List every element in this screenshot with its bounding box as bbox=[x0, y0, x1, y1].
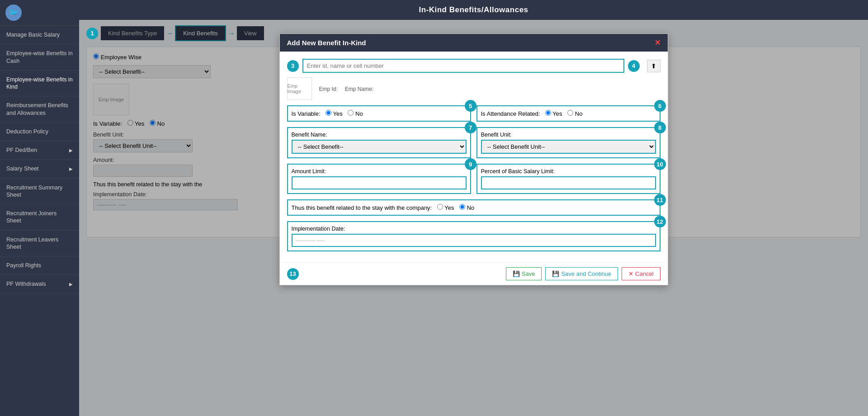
sidebar-item-manage-basic-salary[interactable]: Manage Basic Salary bbox=[0, 26, 79, 44]
modal-body: 3 4 ⬆ Emp Image bbox=[280, 52, 668, 262]
amount-limit-modal-box: 9 Amount Limit: bbox=[287, 164, 471, 194]
modal-attendance-no-radio[interactable] bbox=[567, 110, 573, 116]
content-area: 1 Kind Benefits Type → Kind Benefits → V… bbox=[79, 20, 868, 416]
percent-modal-box: 10 Percent of Basic Salary Limit: bbox=[476, 164, 660, 194]
benefit-name-modal-box: 7 Benefit Name: -- Select Benefit-- bbox=[287, 127, 471, 158]
amount-limit-input[interactable] bbox=[292, 176, 467, 189]
annotation-4: 4 bbox=[628, 60, 640, 72]
modal-cancel-button[interactable]: ✕ Cancel bbox=[622, 267, 660, 280]
stay-company-modal-box: 11 Thus this benefit related to the stay… bbox=[287, 199, 660, 216]
annotation-11: 11 bbox=[654, 194, 666, 206]
stay-yes-radio[interactable] bbox=[437, 204, 443, 210]
sidebar-item-pf-withdrawals[interactable]: PF Withdrawals ▶ bbox=[0, 275, 79, 293]
is-variable-modal-box: 5 Is Variable: Yes No bbox=[287, 105, 471, 122]
sidebar-item-employee-benefits-cash[interactable]: Employee-wise Benefits in Cash bbox=[0, 44, 79, 71]
annotation-6: 6 bbox=[654, 100, 666, 112]
benefit-name-select[interactable]: -- Select Benefit-- bbox=[292, 140, 467, 154]
modal-overlay: Add New Benefit In-Kind ✕ 3 4 bbox=[79, 20, 868, 416]
modal-emp-image: Emp Image bbox=[287, 77, 312, 100]
logo-icon: 🐦 bbox=[5, 5, 22, 21]
variable-attendance-row: 5 Is Variable: Yes No bbox=[287, 105, 660, 122]
sidebar-item-payroll-rights[interactable]: Payroll Rights bbox=[0, 256, 79, 275]
modal-attendance-no-label[interactable]: No bbox=[567, 110, 582, 117]
benefit-unit-select-modal[interactable]: -- Select Benefit Unit-- bbox=[481, 140, 656, 154]
save-continue-icon: 💾 bbox=[552, 270, 559, 277]
sidebar-item-pf-ded-ben[interactable]: PF Ded/Ben ▶ bbox=[0, 141, 79, 160]
percent-input[interactable] bbox=[481, 176, 656, 189]
is-attendance-modal-box: 6 Is Attendance Related: Yes No bbox=[476, 105, 660, 122]
modal-cancel-icon: ✕ bbox=[628, 270, 633, 277]
main-content: In-Kind Benefits/Allowances 1 Kind Benef… bbox=[79, 0, 868, 416]
modal-variable-no-label[interactable]: No bbox=[348, 110, 363, 117]
modal-attendance-yes-label[interactable]: Yes bbox=[545, 110, 564, 117]
sidebar-item-reimbursement[interactable]: Reimbursement Benefits and Allowances bbox=[0, 96, 79, 123]
chevron-right-icon: ▶ bbox=[69, 281, 73, 287]
sidebar-logo: 🐦 bbox=[0, 0, 79, 26]
annotation-3: 3 bbox=[287, 60, 299, 72]
stay-yes-label[interactable]: Yes bbox=[437, 204, 456, 211]
annotation-13: 13 bbox=[287, 268, 299, 280]
stay-no-radio[interactable] bbox=[459, 204, 465, 210]
annotation-7: 7 bbox=[465, 122, 476, 133]
page-title: In-Kind Benefits/Allowances bbox=[79, 0, 868, 20]
search-row: 3 4 ⬆ bbox=[287, 59, 660, 73]
emp-name-section: Emp Name: bbox=[345, 85, 660, 92]
annotation-12: 12 bbox=[654, 216, 666, 227]
sidebar: 🐦 Manage Basic Salary Employee-wise Bene… bbox=[0, 0, 79, 416]
modal-variable-yes-label[interactable]: Yes bbox=[326, 110, 344, 117]
chevron-right-icon: ▶ bbox=[69, 147, 73, 153]
sidebar-item-employee-benefits-kind[interactable]: Employee-wise Benefits in Kind bbox=[0, 71, 79, 97]
chevron-right-icon: ▶ bbox=[69, 166, 73, 172]
add-benefit-modal: Add New Benefit In-Kind ✕ 3 4 bbox=[279, 33, 668, 285]
modal-variable-yes-radio[interactable] bbox=[326, 110, 331, 116]
annotation-10: 10 bbox=[654, 158, 666, 170]
sidebar-item-recruitment-joiners[interactable]: Recruitment Joiners Sheet bbox=[0, 204, 79, 231]
modal-emp-row: Emp Image Emp Id: Emp Name: bbox=[287, 77, 660, 100]
sidebar-item-recruitment-summary[interactable]: Recruitment Summary Sheet bbox=[0, 179, 79, 205]
sidebar-item-salary-sheet[interactable]: Salary Sheet ▶ bbox=[0, 160, 79, 178]
amount-percent-row: 9 Amount Limit: 10 Percent of Basic Sala… bbox=[287, 164, 660, 194]
annotation-9: 9 bbox=[465, 158, 476, 170]
stay-no-label[interactable]: No bbox=[459, 204, 474, 211]
implementation-date-input-modal[interactable] bbox=[292, 234, 656, 247]
modal-variable-no-radio[interactable] bbox=[348, 110, 354, 116]
annotation-8: 8 bbox=[654, 122, 666, 133]
modal-actions: 13 💾 Save 💾 Save and Continue ✕ Cancel bbox=[280, 262, 668, 285]
upload-button[interactable]: ⬆ bbox=[647, 60, 660, 72]
sidebar-item-recruitment-leavers[interactable]: Recruitment Leavers Sheet bbox=[0, 231, 79, 257]
annotation-5: 5 bbox=[465, 100, 476, 112]
search-input[interactable] bbox=[302, 59, 624, 73]
modal-close-button[interactable]: ✕ bbox=[655, 38, 660, 47]
benefit-unit-modal-box: 8 Benefit Unit: -- Select Benefit Unit-- bbox=[476, 127, 660, 158]
modal-header: Add New Benefit In-Kind ✕ bbox=[280, 34, 668, 52]
save-continue-button[interactable]: 💾 Save and Continue bbox=[545, 267, 618, 280]
implementation-date-modal-box: 12 Implementation Date: bbox=[287, 221, 660, 251]
modal-attendance-yes-radio[interactable] bbox=[545, 110, 551, 116]
sidebar-item-deduction-policy[interactable]: Deduction Policy bbox=[0, 123, 79, 141]
save-icon: 💾 bbox=[513, 270, 520, 277]
benefit-name-unit-row: 7 Benefit Name: -- Select Benefit-- 8 bbox=[287, 127, 660, 158]
emp-id-section: Emp Id: bbox=[319, 85, 338, 92]
save-button[interactable]: 💾 Save bbox=[506, 267, 542, 280]
